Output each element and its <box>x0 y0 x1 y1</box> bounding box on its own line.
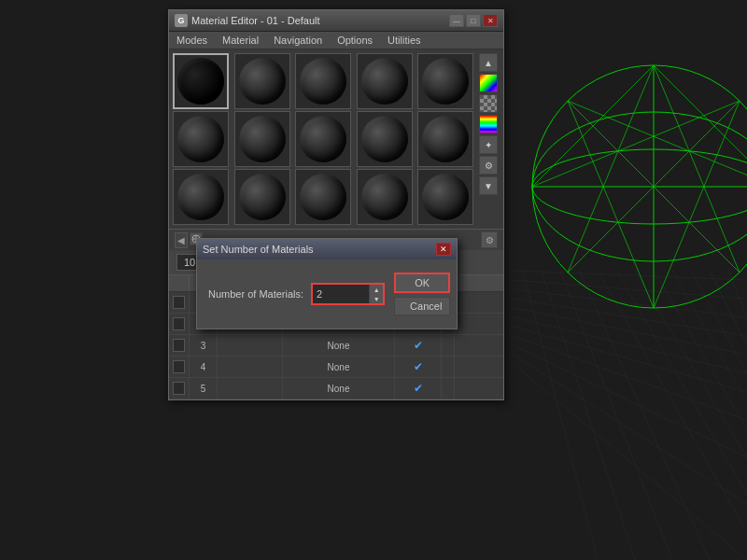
menu-utilities[interactable]: Utilities <box>384 34 424 47</box>
title-bar: G Material Editor - 01 - Default — □ ✕ <box>169 10 503 32</box>
spheres-sidebar: ▲ ✦ ⚙ ▼ <box>479 53 500 225</box>
row5-check-icon[interactable]: ✔ <box>414 382 423 395</box>
dialog-body: Number of Materials: ▲ ▼ OK Cancel <box>197 259 457 329</box>
sphere-13-inner <box>300 174 346 220</box>
sphere-6[interactable] <box>173 111 229 167</box>
sphere-10[interactable] <box>417 111 473 167</box>
dialog-title-bar: Set Number of Materials ✕ <box>197 239 457 259</box>
ok-button[interactable]: OK <box>394 273 450 293</box>
window-title: Material Editor - 01 - Default <box>191 15 320 26</box>
row5-id: 5 <box>190 378 218 399</box>
row3-submaterial[interactable]: None <box>283 335 395 356</box>
row3-name <box>218 335 283 356</box>
table-row: 3 None ✔ <box>169 335 503 357</box>
row3-onoff: ✔ <box>395 335 442 356</box>
table-row: 4 None ✔ <box>169 357 503 378</box>
row4-check-icon[interactable]: ✔ <box>414 360 423 373</box>
sphere-3[interactable] <box>295 53 351 109</box>
row1-checkbox[interactable] <box>173 296 185 309</box>
row4-checkbox[interactable] <box>173 360 185 373</box>
settings-btn[interactable]: ⚙ <box>479 156 498 175</box>
dialog-buttons: OK Cancel <box>394 273 450 315</box>
row3-check <box>169 335 190 356</box>
sphere-1[interactable] <box>173 53 229 109</box>
color-picker-btn[interactable] <box>479 74 498 92</box>
row4-check <box>169 357 190 377</box>
dialog-close-button[interactable]: ✕ <box>436 243 451 256</box>
sphere-1-inner <box>177 58 224 105</box>
sphere-12-inner <box>239 174 286 220</box>
sphere-6-inner <box>177 116 224 162</box>
menu-navigation[interactable]: Navigation <box>270 34 326 47</box>
sphere-8[interactable] <box>295 111 351 167</box>
row1-check <box>169 292 190 313</box>
scroll-up-btn[interactable]: ▲ <box>479 53 498 72</box>
num-materials-input[interactable] <box>313 285 369 303</box>
row5-name <box>218 378 283 399</box>
row2-check <box>169 314 190 334</box>
row4-name <box>218 357 283 377</box>
row4-scroll <box>442 357 455 377</box>
row5-checkbox[interactable] <box>173 382 185 395</box>
spin-down-arrow[interactable]: ▼ <box>370 294 383 303</box>
restore-button[interactable]: □ <box>466 14 481 27</box>
row5-scroll <box>442 378 455 399</box>
row4-submaterial[interactable]: None <box>283 357 395 377</box>
row4-onoff: ✔ <box>395 357 442 377</box>
row3-scroll <box>442 335 455 356</box>
row3-id: 3 <box>190 335 218 356</box>
row3-checkbox[interactable] <box>173 339 185 352</box>
sphere-2-inner <box>239 58 286 105</box>
window-controls: — □ ✕ <box>449 14 498 27</box>
menu-options[interactable]: Options <box>333 34 376 47</box>
row5-submaterial[interactable]: None <box>283 378 395 399</box>
nav-left-btn[interactable]: ◀ <box>175 232 188 248</box>
sphere-11-inner <box>177 174 224 220</box>
spheres-area: ▲ ✦ ⚙ ▼ <box>169 49 503 229</box>
sphere-9-inner <box>361 116 408 162</box>
set-number-dialog: Set Number of Materials ✕ Number of Mate… <box>196 238 458 329</box>
sphere-14[interactable] <box>357 169 413 225</box>
row4-id: 4 <box>190 357 218 377</box>
menu-material[interactable]: Material <box>218 34 262 47</box>
spin-up-arrow[interactable]: ▲ <box>370 285 383 294</box>
sphere-4[interactable] <box>357 53 413 109</box>
sphere-14-inner <box>361 174 408 220</box>
row3-check-icon[interactable]: ✔ <box>414 339 423 352</box>
minimize-button[interactable]: — <box>449 14 464 27</box>
app-icon: G <box>175 14 188 27</box>
cancel-button[interactable]: Cancel <box>394 297 450 315</box>
row2-checkbox[interactable] <box>173 317 185 330</box>
sphere-13[interactable] <box>295 169 351 225</box>
sphere-15-inner <box>422 174 469 220</box>
scroll-down-btn[interactable]: ▼ <box>479 176 498 195</box>
options-btn[interactable]: ⚙ <box>481 231 498 248</box>
title-bar-left: G Material Editor - 01 - Default <box>175 14 320 27</box>
sphere-5[interactable] <box>417 53 473 109</box>
sphere-7[interactable] <box>234 111 290 167</box>
material-editor-window: G Material Editor - 01 - Default — □ ✕ M… <box>168 9 504 400</box>
dialog-title: Set Number of Materials <box>203 244 314 255</box>
close-button[interactable]: ✕ <box>483 14 498 27</box>
spin-arrows: ▲ ▼ <box>369 285 383 303</box>
texture-btn[interactable]: ✦ <box>479 135 498 154</box>
dialog-overlay: Set Number of Materials ✕ Number of Mate… <box>196 238 458 329</box>
sphere-10-inner <box>422 116 469 162</box>
spheres-grid <box>173 53 477 225</box>
rainbow-btn[interactable] <box>479 115 498 133</box>
sphere-2[interactable] <box>234 53 290 109</box>
sphere-4-inner <box>361 58 408 105</box>
sphere-12[interactable] <box>234 169 290 225</box>
sphere-11[interactable] <box>173 169 229 225</box>
checker-btn[interactable] <box>479 94 498 113</box>
row5-check <box>169 378 190 399</box>
menu-modes[interactable]: Modes <box>173 34 211 47</box>
sphere-15[interactable] <box>417 169 473 225</box>
row5-onoff: ✔ <box>395 378 442 399</box>
sphere-5-inner <box>422 58 469 105</box>
dialog-input-row: Number of Materials: ▲ ▼ OK Cancel <box>208 273 445 315</box>
sphere-8-inner <box>300 116 346 162</box>
input-border: ▲ ▼ <box>311 283 385 305</box>
input-label: Number of Materials: <box>208 288 303 300</box>
sphere-9[interactable] <box>357 111 413 167</box>
